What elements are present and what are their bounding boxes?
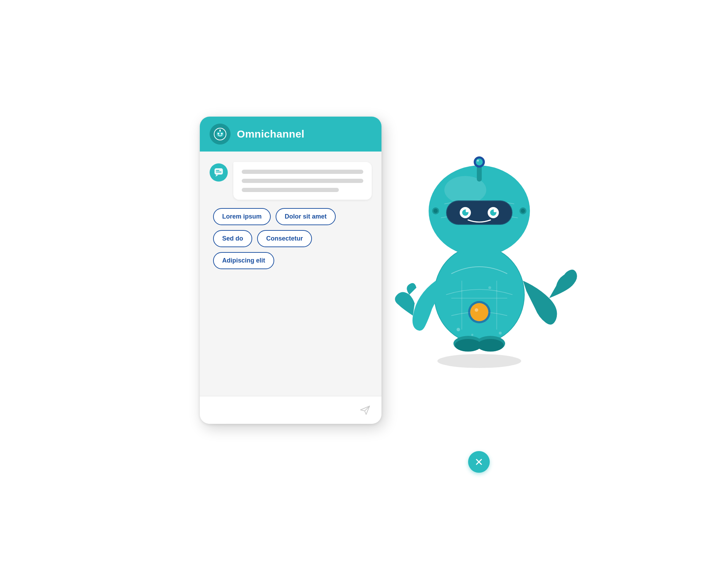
widget-body: Lorem ipsum Dolor sit amet Sed do Consec… [200, 152, 381, 396]
svg-point-42 [477, 339, 504, 352]
svg-point-8 [437, 354, 521, 368]
widget-footer [200, 396, 381, 424]
header-bot-icon [213, 127, 227, 141]
svg-rect-4 [219, 130, 221, 132]
message-line-3 [242, 188, 339, 192]
message-bubble [233, 162, 372, 200]
svg-point-14 [475, 308, 478, 312]
svg-point-34 [521, 209, 525, 213]
svg-point-26 [494, 209, 496, 212]
svg-point-36 [499, 332, 502, 334]
robot-svg [381, 127, 577, 371]
scene: Omnichannel [172, 99, 556, 483]
svg-point-13 [472, 305, 486, 319]
quick-reply-sed-do[interactable]: Sed do [213, 230, 252, 247]
header-avatar [210, 124, 231, 145]
svg-rect-7 [216, 171, 221, 172]
quick-replies: Lorem ipsum Dolor sit amet Sed do Consec… [210, 208, 372, 269]
svg-point-25 [466, 209, 468, 212]
message-line-2 [242, 179, 363, 183]
svg-rect-20 [447, 201, 512, 224]
widget-header: Omnichannel [200, 117, 381, 152]
svg-point-37 [471, 334, 473, 336]
message-line-1 [242, 170, 363, 174]
chat-bubble-icon [213, 167, 224, 178]
svg-point-30 [477, 160, 479, 162]
svg-point-29 [476, 159, 483, 165]
close-button[interactable] [468, 451, 490, 473]
close-icon [474, 457, 484, 467]
svg-point-2 [218, 133, 219, 134]
quick-reply-lorem-ipsum[interactable]: Lorem ipsum [213, 208, 271, 225]
message-row [210, 162, 372, 200]
send-icon[interactable] [358, 403, 372, 417]
svg-point-3 [221, 133, 223, 134]
header-title: Omnichannel [237, 128, 304, 140]
quick-reply-dolor-sit-amet[interactable]: Dolor sit amet [276, 208, 336, 225]
svg-point-32 [434, 209, 438, 213]
robot-character [381, 127, 577, 371]
svg-point-35 [457, 328, 460, 331]
quick-reply-consectetur[interactable]: Consectetur [257, 230, 312, 247]
chat-widget: Omnichannel [200, 117, 381, 424]
svg-rect-5 [214, 168, 223, 175]
svg-point-10 [435, 246, 524, 343]
svg-rect-6 [216, 170, 219, 171]
svg-point-38 [488, 286, 491, 289]
quick-reply-adipiscing-elit[interactable]: Adipiscing elit [213, 252, 274, 269]
bot-avatar [210, 163, 228, 182]
